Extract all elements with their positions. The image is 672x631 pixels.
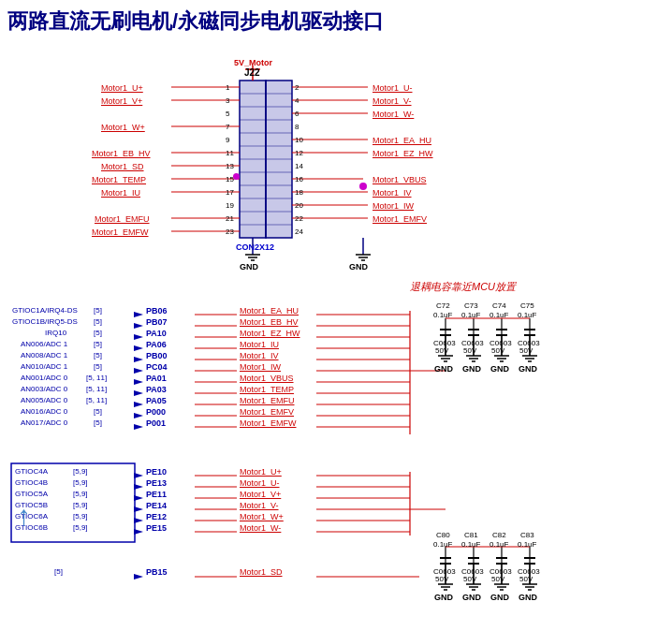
io-irq10: IRQ10 bbox=[45, 329, 66, 337]
cap-c82-volt: 50V bbox=[491, 575, 504, 583]
bracket-5a: [5,9] bbox=[73, 490, 88, 498]
port-pe10: PE10 bbox=[146, 467, 167, 477]
cap-c81-ref: C81 bbox=[464, 531, 478, 539]
cap-c74-val: 0.1uF bbox=[489, 311, 508, 319]
bracket-an001: [5, 11] bbox=[86, 374, 107, 382]
arrow-icon: ↑ bbox=[17, 500, 31, 532]
cap-c82-ref: C82 bbox=[492, 531, 506, 539]
port-pb07: PB07 bbox=[146, 317, 168, 327]
lower-net-temp: Motor1_TEMP bbox=[240, 385, 294, 394]
cap-c75-val: 0.1uF bbox=[518, 311, 536, 319]
svg-marker-68 bbox=[134, 334, 143, 340]
cap-c81-val: 0.1uF bbox=[461, 540, 480, 549]
gnd-label-2: GND bbox=[349, 262, 368, 271]
pin-3: 3 bbox=[226, 96, 229, 105]
io-an005: AN005/ADC 0 bbox=[21, 396, 67, 404]
pin-17: 17 bbox=[226, 188, 234, 197]
bracket-an003: [5, 11] bbox=[86, 385, 107, 393]
net-motor1-sd: Motor1_SD bbox=[101, 162, 144, 171]
port-pa03: PA03 bbox=[146, 385, 167, 394]
gnd-c73: GND bbox=[462, 364, 481, 374]
main-container: 两路直流无刷电机/永磁同步电机驱动接口 bbox=[0, 0, 672, 631]
cap-c72-volt: 50V bbox=[435, 346, 448, 355]
cap-c73-ref: C73 bbox=[464, 301, 478, 310]
net-motor1-v-plus: Motor1_V+ bbox=[101, 96, 142, 106]
pin-6: 6 bbox=[295, 110, 299, 118]
gnd-c83: GND bbox=[519, 593, 537, 602]
connector-type: CON2X12 bbox=[236, 242, 274, 252]
net-motor1-w-minus: Motor1_W- bbox=[373, 110, 414, 119]
net-motor1-ea-hu: Motor1_EA_HU bbox=[373, 136, 431, 145]
bracket-5b: [5,9] bbox=[73, 501, 88, 509]
svg-marker-89 bbox=[134, 574, 143, 580]
gnd-c75: GND bbox=[519, 364, 537, 374]
pin-7: 7 bbox=[226, 123, 229, 131]
lower-net2-v-plus: Motor1_V+ bbox=[240, 490, 281, 499]
lower-net-ez-hw: Motor1_EZ_HW bbox=[240, 329, 300, 338]
port-pb00: PB00 bbox=[146, 351, 168, 360]
gnd-label-1: GND bbox=[240, 262, 258, 271]
cap-c83-volt: 50V bbox=[519, 575, 533, 583]
io-an016: AN016/ADC 0 bbox=[21, 407, 67, 416]
cap-c74-ref: C74 bbox=[492, 301, 506, 310]
cap-c80-volt: 50V bbox=[435, 575, 448, 583]
net-motor1-iu: Motor1_IU bbox=[101, 188, 140, 198]
bracket-an016: [5] bbox=[94, 407, 102, 416]
cap-c75-volt: 50V bbox=[519, 346, 533, 355]
svg-marker-66 bbox=[134, 312, 143, 317]
svg-point-36 bbox=[359, 183, 367, 190]
bracket-an010: [5] bbox=[94, 362, 102, 371]
io-an006: AN006/ADC 1 bbox=[21, 340, 67, 348]
svg-rect-0 bbox=[240, 81, 266, 238]
pin-1: 1 bbox=[226, 83, 229, 92]
pin-9: 9 bbox=[226, 136, 229, 144]
net-motor1-iw: Motor1_IW bbox=[373, 201, 414, 211]
schematic-area: J22 5V_Motor CON2X12 GND GND 退耦电容靠近MCU放置… bbox=[7, 41, 663, 622]
net-motor1-vbus: Motor1_VBUS bbox=[373, 175, 427, 184]
net-motor1-eb-hv: Motor1_EB_HV bbox=[92, 149, 151, 158]
page-title: 两路直流无刷电机/永磁同步电机驱动接口 bbox=[7, 7, 665, 36]
svg-marker-77 bbox=[134, 473, 143, 478]
lower-net-iv: Motor1_IV bbox=[240, 351, 279, 360]
port-pa06: PA06 bbox=[146, 340, 167, 349]
svg-rect-1 bbox=[266, 81, 292, 238]
cap-c72-ref: C72 bbox=[436, 301, 450, 310]
cap-c74-volt: 50V bbox=[491, 346, 504, 355]
lower-net-iu: Motor1_IU bbox=[240, 340, 279, 349]
port-pc04: PC04 bbox=[146, 362, 168, 372]
lower-net-emfv: Motor1_EMFV bbox=[240, 407, 294, 417]
gnd-c82: GND bbox=[490, 593, 509, 602]
port-pb15: PB15 bbox=[146, 567, 168, 577]
bracket-an005: [5, 11] bbox=[86, 396, 107, 404]
svg-marker-79 bbox=[134, 495, 143, 501]
port-pa01: PA01 bbox=[146, 374, 167, 383]
lower-net-vbus: Motor1_VBUS bbox=[240, 374, 294, 383]
net-motor1-u-minus: Motor1_U- bbox=[373, 83, 413, 93]
lower-net2-w-minus: Motor1_W- bbox=[240, 523, 281, 533]
svg-marker-69 bbox=[134, 345, 143, 351]
gnd-c80: GND bbox=[434, 593, 453, 602]
connector-name: J22 bbox=[244, 67, 260, 78]
io-gtioc4a: GTIOC4A bbox=[15, 467, 48, 476]
lower-net3-sd: Motor1_SD bbox=[240, 567, 283, 577]
lower-net2-v-minus: Motor1_V- bbox=[240, 501, 279, 510]
cap-c80-val: 0.1uF bbox=[433, 540, 452, 549]
pin-10: 10 bbox=[295, 136, 303, 144]
svg-marker-67 bbox=[134, 323, 143, 329]
cap-c81-volt: 50V bbox=[463, 575, 476, 583]
gnd-c74: GND bbox=[490, 364, 509, 374]
lower-net-emfw: Motor1_EMFW bbox=[240, 418, 297, 428]
net-motor1-emfv: Motor1_EMFV bbox=[373, 214, 427, 224]
svg-marker-73 bbox=[134, 390, 143, 396]
io-an010: AN010/ADC 1 bbox=[21, 362, 67, 371]
svg-marker-80 bbox=[134, 506, 143, 512]
net-motor1-u-plus: Motor1_U+ bbox=[101, 83, 143, 93]
cap-c73-val: 0.1uF bbox=[461, 311, 480, 319]
pin-14: 14 bbox=[295, 162, 303, 170]
port-pe13: PE13 bbox=[146, 478, 167, 488]
io-gtioc1a: GTIOC1A/IRQ4-DS bbox=[12, 306, 78, 315]
net-motor1-iv: Motor1_IV bbox=[373, 188, 412, 198]
svg-marker-82 bbox=[134, 529, 143, 535]
port-pe14: PE14 bbox=[146, 501, 167, 510]
port-p000: P000 bbox=[146, 407, 166, 417]
